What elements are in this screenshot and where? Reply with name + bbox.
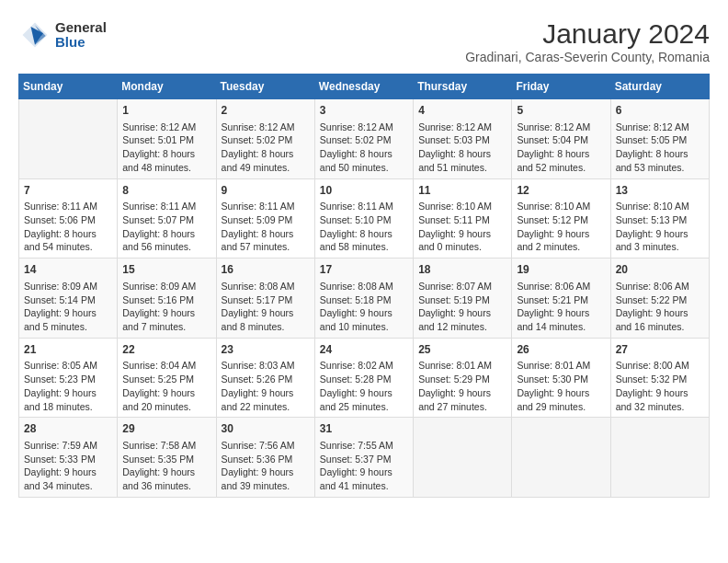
day-info: Sunset: 5:28 PM: [320, 373, 408, 386]
calendar-cell: 13Sunrise: 8:10 AMSunset: 5:13 PMDayligh…: [610, 178, 709, 259]
day-number: 3: [320, 103, 408, 119]
day-info: Sunset: 5:04 PM: [517, 133, 605, 147]
day-number: 20: [616, 262, 704, 278]
day-number: 24: [320, 342, 408, 358]
day-info: Sunrise: 8:10 AM: [517, 200, 605, 213]
calendar-table: SundayMondayTuesdayWednesdayThursdayFrid…: [18, 74, 710, 498]
day-info: Daylight: 8 hours: [24, 227, 112, 241]
day-info: Daylight: 8 hours: [222, 147, 310, 161]
calendar-cell: 7Sunrise: 8:11 AMSunset: 5:06 PMDaylight…: [19, 178, 118, 259]
day-number: 11: [418, 183, 506, 199]
day-info: Sunset: 5:02 PM: [320, 133, 408, 147]
day-info: Sunset: 5:23 PM: [24, 373, 112, 386]
calendar-cell: 14Sunrise: 8:09 AMSunset: 5:14 PMDayligh…: [19, 259, 118, 339]
day-info: Daylight: 9 hours: [418, 386, 506, 400]
day-info: Sunset: 5:26 PM: [222, 373, 310, 386]
day-info: and 7 minutes.: [122, 320, 210, 334]
day-info: Daylight: 9 hours: [517, 227, 605, 241]
day-info: Sunrise: 8:12 AM: [517, 121, 605, 134]
calendar-cell: 22Sunrise: 8:04 AMSunset: 5:25 PMDayligh…: [118, 338, 216, 418]
day-info: Daylight: 9 hours: [222, 465, 310, 479]
calendar-week-row: 14Sunrise: 8:09 AMSunset: 5:14 PMDayligh…: [19, 259, 710, 339]
day-info: Daylight: 9 hours: [418, 306, 506, 320]
day-info: Sunset: 5:16 PM: [122, 293, 210, 307]
day-number: 23: [222, 342, 310, 358]
calendar-cell: 18Sunrise: 8:07 AMSunset: 5:19 PMDayligh…: [414, 259, 512, 339]
calendar-cell: [414, 418, 512, 498]
day-info: and 58 minutes.: [320, 240, 408, 254]
day-info: Sunset: 5:10 PM: [320, 213, 408, 227]
day-info: Sunrise: 8:11 AM: [122, 200, 210, 213]
day-info: Daylight: 9 hours: [320, 386, 408, 400]
day-info: and 3 minutes.: [616, 240, 704, 254]
day-info: and 5 minutes.: [24, 320, 112, 334]
day-number: 10: [320, 183, 408, 199]
day-info: Sunrise: 7:55 AM: [320, 439, 408, 453]
day-info: Sunrise: 8:12 AM: [222, 121, 310, 134]
day-info: Daylight: 8 hours: [122, 227, 210, 241]
day-number: 29: [122, 421, 210, 437]
day-info: Sunrise: 8:05 AM: [24, 359, 112, 373]
calendar-subtitle: Gradinari, Caras-Severin County, Romania: [465, 50, 710, 64]
day-number: 7: [24, 183, 112, 199]
day-info: and 25 minutes.: [320, 400, 408, 414]
day-info: and 52 minutes.: [517, 161, 605, 175]
day-info: Sunrise: 8:09 AM: [122, 280, 210, 293]
calendar-cell: 6Sunrise: 8:12 AMSunset: 5:05 PMDaylight…: [610, 99, 709, 179]
calendar-week-row: 28Sunrise: 7:59 AMSunset: 5:33 PMDayligh…: [19, 418, 710, 498]
calendar-cell: 5Sunrise: 8:12 AMSunset: 5:04 PMDaylight…: [512, 99, 610, 179]
day-info: Sunrise: 8:11 AM: [24, 200, 112, 213]
day-info: Sunrise: 8:12 AM: [122, 121, 210, 134]
day-info: Sunrise: 8:01 AM: [517, 359, 605, 373]
day-number: 14: [24, 262, 112, 278]
day-info: Sunset: 5:33 PM: [24, 453, 112, 466]
day-info: Sunset: 5:03 PM: [418, 133, 506, 147]
day-info: and 56 minutes.: [122, 240, 210, 254]
calendar-cell: 4Sunrise: 8:12 AMSunset: 5:03 PMDaylight…: [414, 99, 512, 179]
day-info: Sunset: 5:21 PM: [517, 293, 605, 307]
day-info: and 48 minutes.: [122, 161, 210, 175]
calendar-cell: 23Sunrise: 8:03 AMSunset: 5:26 PMDayligh…: [216, 338, 314, 418]
calendar-cell: 25Sunrise: 8:01 AMSunset: 5:29 PMDayligh…: [414, 338, 512, 418]
day-number: 27: [616, 342, 704, 358]
day-info: Daylight: 8 hours: [418, 147, 506, 161]
day-info: and 16 minutes.: [616, 320, 704, 334]
day-info: Sunrise: 8:12 AM: [320, 121, 408, 134]
day-info: Daylight: 9 hours: [616, 386, 704, 400]
day-info: and 2 minutes.: [517, 240, 605, 254]
day-info: Sunset: 5:22 PM: [616, 293, 704, 307]
calendar-cell: 2Sunrise: 8:12 AMSunset: 5:02 PMDaylight…: [216, 99, 314, 179]
calendar-header-row: SundayMondayTuesdayWednesdayThursdayFrid…: [19, 75, 710, 99]
day-info: and 10 minutes.: [320, 320, 408, 334]
day-info: and 36 minutes.: [122, 479, 210, 493]
day-info: Sunset: 5:12 PM: [517, 213, 605, 227]
day-info: and 34 minutes.: [24, 479, 112, 493]
day-info: and 18 minutes.: [24, 400, 112, 414]
calendar-cell: 3Sunrise: 8:12 AMSunset: 5:02 PMDaylight…: [314, 99, 413, 179]
calendar-cell: [610, 418, 709, 498]
calendar-week-row: 1Sunrise: 8:12 AMSunset: 5:01 PMDaylight…: [19, 99, 710, 179]
day-number: 15: [122, 262, 210, 278]
day-info: Sunset: 5:05 PM: [616, 133, 704, 147]
day-info: and 50 minutes.: [320, 161, 408, 175]
day-info: Daylight: 9 hours: [320, 465, 408, 479]
day-info: Sunset: 5:19 PM: [418, 293, 506, 307]
day-info: Daylight: 8 hours: [122, 147, 210, 161]
calendar-cell: [19, 99, 118, 179]
day-info: and 27 minutes.: [418, 400, 506, 414]
day-info: and 20 minutes.: [122, 400, 210, 414]
day-info: Daylight: 8 hours: [616, 147, 704, 161]
day-number: 21: [24, 342, 112, 358]
day-info: Sunrise: 8:11 AM: [320, 200, 408, 213]
day-info: Daylight: 9 hours: [24, 386, 112, 400]
day-info: Sunrise: 8:10 AM: [616, 200, 704, 213]
header-wednesday: Wednesday: [314, 75, 413, 99]
day-info: Sunrise: 8:04 AM: [122, 359, 210, 373]
day-info: Daylight: 8 hours: [320, 227, 408, 241]
day-number: 4: [418, 103, 506, 119]
calendar-week-row: 21Sunrise: 8:05 AMSunset: 5:23 PMDayligh…: [19, 338, 710, 418]
calendar-cell: 11Sunrise: 8:10 AMSunset: 5:11 PMDayligh…: [414, 178, 512, 259]
header-monday: Monday: [118, 75, 216, 99]
calendar-cell: 12Sunrise: 8:10 AMSunset: 5:12 PMDayligh…: [512, 178, 610, 259]
day-number: 6: [616, 103, 704, 119]
